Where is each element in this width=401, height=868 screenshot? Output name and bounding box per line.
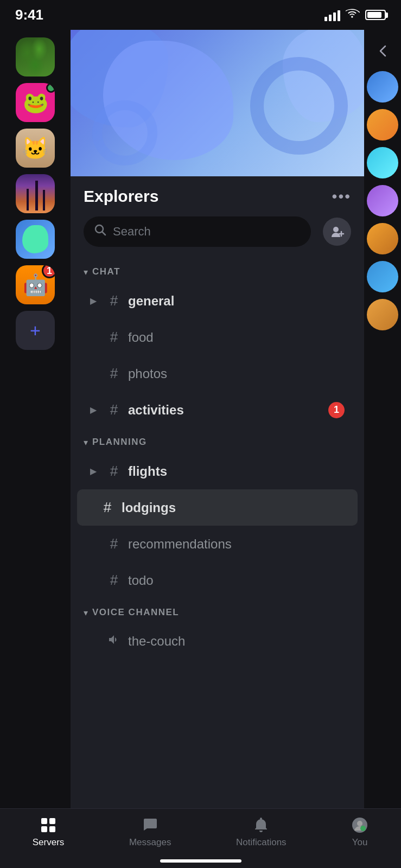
svg-point-2 — [333, 227, 339, 232]
status-time: 9:41 — [15, 7, 43, 23]
wifi-icon — [346, 8, 360, 23]
channel-item-general[interactable]: ▶ # general — [77, 283, 358, 319]
hash-icon-photos: # — [107, 365, 120, 382]
svg-rect-7 — [41, 826, 47, 832]
svg-rect-8 — [49, 826, 55, 832]
servers-icon — [40, 816, 57, 834]
hash-icon-recommendations: # — [107, 535, 120, 552]
search-icon — [94, 224, 106, 239]
nav-label-notifications: Notifications — [236, 837, 287, 848]
section-chat: ▾ CHAT — [71, 258, 364, 283]
you-icon — [351, 816, 368, 834]
nav-label-servers: Servers — [33, 837, 65, 848]
server-name: Explorers — [84, 187, 158, 206]
server-icon-frog[interactable]: 🐸 — [16, 83, 55, 122]
chat-chevron-icon: ▾ — [84, 267, 88, 277]
notifications-icon — [253, 816, 269, 834]
channel-name-activities: activities — [128, 403, 321, 418]
right-panel-icon-2[interactable] — [367, 109, 398, 141]
channel-item-food[interactable]: # food — [77, 319, 358, 355]
hash-icon-flights: # — [107, 463, 120, 480]
hash-icon-food: # — [107, 329, 120, 346]
channel-chevron-flights: ▶ — [90, 466, 100, 476]
channel-badge-activities: 1 — [328, 402, 345, 418]
server-icon-robot[interactable]: 🤖 1 — [16, 265, 55, 304]
status-bar: 9:41 — [0, 0, 401, 30]
add-server-button[interactable]: + — [16, 311, 55, 350]
right-panel — [364, 30, 401, 808]
channel-name-the-couch: the-couch — [128, 634, 345, 649]
battery-icon — [365, 10, 386, 20]
channel-name-flights: flights — [128, 464, 345, 479]
right-panel-icon-4[interactable] — [367, 185, 398, 216]
voice-icon-the-couch — [107, 633, 120, 649]
hash-icon-activities: # — [107, 401, 120, 418]
nav-item-you[interactable]: You — [351, 816, 368, 848]
channel-panel: Explorers ••• Search — [71, 30, 364, 808]
server-icon-cat[interactable]: 🐱 — [16, 129, 55, 168]
server-banner — [71, 30, 364, 176]
planning-section-label: PLANNING — [92, 437, 147, 448]
app-container: 🐸 🐱 🤖 1 + — [0, 30, 401, 808]
channel-item-recommendations[interactable]: # recommendations — [77, 526, 358, 562]
notification-dot — [46, 83, 55, 93]
svg-point-11 — [360, 826, 366, 831]
channel-item-todo[interactable]: # todo — [77, 562, 358, 598]
search-bar[interactable]: Search — [84, 216, 311, 247]
channel-name-recommendations: recommendations — [128, 537, 345, 552]
right-panel-icon-6[interactable] — [367, 261, 398, 292]
channel-name-photos: photos — [128, 366, 345, 381]
channel-name-todo: todo — [128, 573, 345, 588]
nav-item-servers[interactable]: Servers — [33, 816, 65, 848]
planning-chevron-icon: ▾ — [84, 437, 88, 448]
status-icons — [324, 8, 386, 23]
section-voice: ▾ VOICE CHANNEL — [71, 598, 364, 623]
messages-icon — [142, 816, 159, 834]
nav-item-messages[interactable]: Messages — [129, 816, 171, 848]
voice-section-label: VOICE CHANNEL — [92, 607, 179, 618]
channel-name-lodgings: lodgings — [122, 500, 351, 515]
channels-scroll: ▾ CHAT ▶ # general # food # photos — [71, 258, 364, 808]
channel-item-flights[interactable]: ▶ # flights — [77, 453, 358, 489]
svg-rect-6 — [49, 818, 55, 824]
server-list: 🐸 🐱 🤖 1 + — [0, 30, 71, 808]
right-panel-icon-7[interactable] — [367, 299, 398, 330]
back-arrow-icon[interactable] — [369, 37, 396, 65]
svg-line-1 — [103, 232, 106, 235]
search-placeholder: Search — [113, 225, 300, 239]
bottom-nav: Servers Messages Notifications You — [0, 808, 401, 868]
channel-name-food: food — [128, 330, 345, 345]
more-options-button[interactable]: ••• — [332, 188, 351, 205]
add-member-button[interactable] — [323, 218, 351, 246]
plus-icon: + — [30, 321, 41, 340]
home-indicator — [160, 859, 241, 863]
section-planning: ▾ PLANNING — [71, 428, 364, 453]
channel-chevron-general: ▶ — [90, 296, 100, 306]
voice-chevron-icon: ▾ — [84, 608, 88, 618]
nav-item-notifications[interactable]: Notifications — [236, 816, 287, 848]
right-panel-icon-1[interactable] — [367, 71, 398, 103]
channel-item-activities[interactable]: ▶ # activities 1 — [77, 392, 358, 428]
channel-item-lodgings[interactable]: # lodgings — [77, 489, 358, 526]
server-icon-blob[interactable] — [16, 220, 55, 259]
hash-icon-lodgings: # — [101, 499, 114, 516]
channel-header: Explorers ••• — [71, 176, 364, 216]
nav-label-messages: Messages — [129, 837, 171, 848]
channel-name-general: general — [128, 293, 345, 309]
svg-point-10 — [357, 821, 362, 826]
nav-label-you: You — [352, 837, 368, 848]
server-icon-sunset[interactable] — [16, 174, 55, 213]
svg-rect-5 — [41, 818, 47, 824]
hash-icon-general: # — [107, 292, 120, 309]
channel-item-photos[interactable]: # photos — [77, 355, 358, 392]
channel-item-the-couch[interactable]: the-couch — [77, 623, 358, 659]
signal-icon — [324, 9, 340, 21]
right-panel-icon-3[interactable] — [367, 147, 398, 178]
hash-icon-todo: # — [107, 572, 120, 589]
chat-section-label: CHAT — [92, 266, 120, 277]
channel-chevron-activities: ▶ — [90, 405, 100, 415]
right-panel-icon-5[interactable] — [367, 223, 398, 254]
search-row: Search — [84, 216, 351, 247]
server-icon-nature[interactable] — [16, 37, 55, 76]
